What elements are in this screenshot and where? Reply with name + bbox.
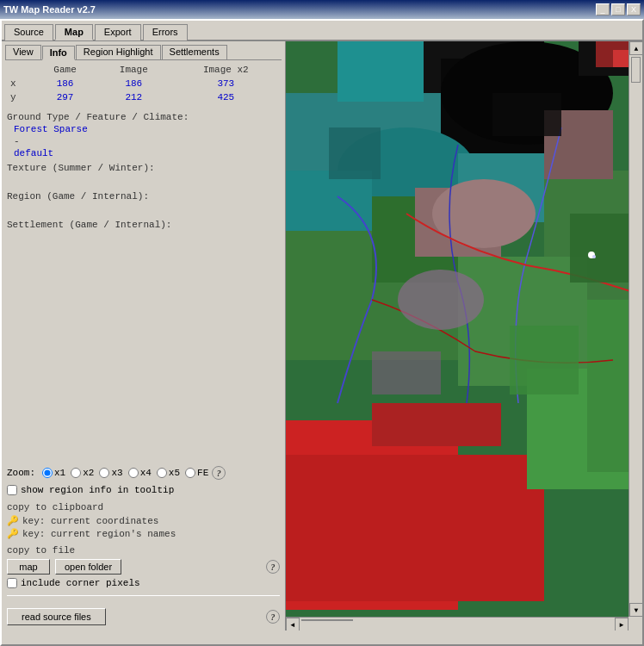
divider [7, 595, 280, 596]
zoom-x4[interactable]: x4 [128, 468, 152, 478]
svg-rect-28 [372, 351, 441, 394]
y-game-val: 297 [34, 91, 96, 103]
svg-rect-26 [510, 326, 579, 394]
axis-y-label: y [7, 91, 33, 103]
inner-tabs: View Info Region Highlight Settlements [5, 45, 282, 60]
open-folder-button[interactable]: open folder [55, 559, 121, 575]
svg-point-27 [398, 270, 484, 330]
right-panel: ▲ ▼ ◄ ► [286, 41, 642, 630]
col-header-empty [7, 64, 33, 76]
svg-rect-32 [613, 50, 629, 67]
zoom-x2-label: x2 [83, 468, 94, 478]
scroll-thumb-horizontal[interactable] [301, 619, 353, 621]
title-bar-buttons: _ □ X [596, 3, 641, 16]
zoom-x4-radio[interactable] [128, 468, 139, 478]
tab-region-highlight[interactable]: Region Highlight [76, 45, 161, 59]
tab-export[interactable]: Export [95, 24, 141, 40]
zoom-x5-radio[interactable] [157, 468, 167, 478]
ground-feature-value: - [14, 136, 280, 146]
svg-point-30 [592, 255, 596, 258]
table-row-x: x 186 186 373 [7, 78, 280, 90]
map-image[interactable] [286, 41, 629, 617]
zoom-x1[interactable]: x1 [42, 468, 65, 478]
title-bar-text: TW Map Reader v2.7 [3, 4, 96, 15]
scroll-track-vertical[interactable] [629, 55, 642, 603]
read-source-button[interactable]: read source files [7, 608, 106, 625]
minimize-button[interactable]: _ [596, 3, 610, 16]
zoom-x3-radio[interactable] [99, 468, 109, 478]
tooltip-checkbox[interactable] [7, 485, 17, 495]
copy-region-row: 🔑 key: current region's names [7, 528, 280, 539]
ground-type-value: Forest Sparse [14, 124, 280, 134]
left-panel: View Info Region Highlight Settlements G… [2, 41, 286, 630]
maximize-button[interactable]: □ [611, 3, 625, 16]
x-game-val: 186 [34, 78, 96, 90]
zoom-help-icon[interactable]: ? [212, 466, 226, 480]
zoom-x4-label: x4 [140, 468, 152, 478]
scroll-track-horizontal[interactable] [300, 618, 615, 630]
svg-rect-20 [286, 455, 544, 601]
map-svg[interactable] [286, 41, 629, 617]
svg-rect-19 [372, 403, 501, 446]
x-image-val: 186 [97, 78, 170, 90]
zoom-fe[interactable]: FE [185, 468, 208, 478]
zoom-fe-label: FE [197, 468, 208, 478]
menu-tabs: Source Map Export Errors [2, 21, 642, 41]
svg-rect-7 [337, 41, 424, 102]
tab-info[interactable]: Info [42, 46, 75, 60]
zoom-x5-label: x5 [169, 468, 180, 478]
settlement-value [14, 232, 280, 244]
zoom-x1-label: x1 [54, 468, 65, 478]
tab-settlements[interactable]: Settlements [162, 45, 227, 59]
copy-file-label: copy to file [7, 545, 280, 556]
tab-source[interactable]: Source [4, 24, 53, 40]
read-source-help-icon[interactable]: ? [266, 610, 280, 624]
col-header-game: Game [34, 64, 96, 76]
svg-rect-24 [492, 93, 561, 136]
scroll-up-button[interactable]: ▲ [629, 41, 642, 55]
tab-map[interactable]: Map [55, 24, 93, 40]
horizontal-scrollbar[interactable]: ◄ ► [286, 617, 629, 630]
copy-clipboard-label: copy to clipboard [7, 502, 280, 512]
vertical-scrollbar[interactable]: ▲ ▼ [629, 41, 642, 617]
key-coordinates-icon: 🔑 [7, 515, 19, 526]
zoom-x2-radio[interactable] [71, 468, 81, 478]
zoom-x1-radio[interactable] [42, 468, 53, 478]
scroll-thumb-vertical[interactable] [631, 57, 641, 83]
region-value [14, 203, 280, 215]
col-header-image2: Image x2 [172, 64, 280, 76]
copy-file-help-icon[interactable]: ? [266, 560, 280, 574]
copy-coordinates-text: key: current coordinates [22, 516, 158, 526]
scroll-right-button[interactable]: ► [615, 618, 629, 630]
corner-pixels-checkbox[interactable] [7, 578, 17, 588]
zoom-x5[interactable]: x5 [157, 468, 180, 478]
texture-value [14, 175, 280, 187]
zoom-x2[interactable]: x2 [71, 468, 94, 478]
content-area: View Info Region Highlight Settlements G… [2, 41, 642, 630]
tooltip-checkbox-row: show region info in tooltip [7, 485, 280, 495]
zoom-x3[interactable]: x3 [99, 468, 122, 478]
scroll-down-button[interactable]: ▼ [629, 603, 642, 617]
tab-view[interactable]: View [5, 45, 41, 59]
settlement-label: Settlement (Game / Internal): [7, 220, 280, 230]
title-bar: TW Map Reader v2.7 _ □ X [0, 0, 644, 19]
close-button[interactable]: X [627, 3, 641, 16]
texture-label: Texture (Summer / Winter): [7, 163, 280, 173]
svg-rect-23 [329, 127, 381, 179]
table-row-y: y 297 212 425 [7, 91, 280, 103]
zoom-radio-group: x1 x2 x3 x4 [42, 468, 208, 478]
main-window: Source Map Export Errors View Info Regio… [0, 19, 644, 646]
scroll-left-button[interactable]: ◄ [286, 618, 300, 630]
scrollbar-corner [629, 617, 642, 630]
axis-x-label: x [7, 78, 33, 90]
svg-rect-22 [587, 300, 629, 472]
coordinate-table: Game Image Image x2 x 186 186 373 y 297 … [5, 62, 282, 105]
region-label: Region (Game / Internal): [7, 191, 280, 202]
svg-rect-25 [570, 214, 629, 283]
copy-file-map-button[interactable]: map [7, 559, 50, 575]
copy-coordinates-row: 🔑 key: current coordinates [7, 515, 280, 526]
corner-pixels-row: include corner pixels [7, 578, 280, 588]
zoom-fe-radio[interactable] [185, 468, 195, 478]
tab-errors[interactable]: Errors [143, 24, 188, 40]
y-image2-val: 425 [172, 91, 280, 103]
